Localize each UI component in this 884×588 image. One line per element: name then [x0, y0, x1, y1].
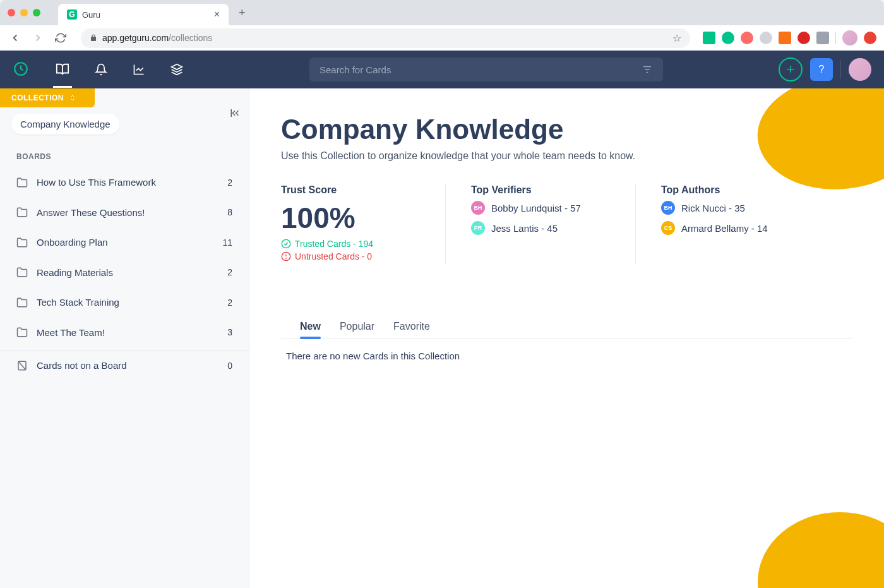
camera-ext-icon[interactable] [816, 32, 829, 44]
board-count: 2 [227, 267, 232, 277]
folder-icon [16, 177, 28, 188]
cards-not-on-board[interactable]: Cards not on a Board 0 [0, 351, 249, 381]
close-window-button[interactable] [8, 9, 15, 16]
board-count: 11 [222, 237, 232, 248]
help-button[interactable]: ? [810, 58, 833, 81]
stat-divider [445, 184, 446, 264]
svg-point-9 [286, 258, 287, 258]
filter-icon[interactable] [642, 64, 653, 75]
guru-ext-icon[interactable] [703, 32, 715, 44]
board-item[interactable]: Tech Stack Training2 [0, 287, 249, 318]
browser-chrome: G Guru × + app.getguru.com/collections ☆ [0, 0, 884, 51]
chevron-updown-icon [69, 94, 76, 102]
tab-new[interactable]: New [300, 315, 321, 339]
browser-tab-bar: G Guru × + [0, 0, 884, 25]
person-text: Rick Nucci - 35 [681, 203, 745, 213]
collection-header[interactable]: COLLECTION [0, 88, 95, 107]
board-item[interactable]: Answer These Questions!8 [0, 198, 249, 228]
collapse-sidebar-icon[interactable] [230, 107, 241, 119]
url-text: app.getguru.com/collections [102, 33, 212, 43]
person-line[interactable]: BHBobby Lundquist - 57 [471, 201, 610, 215]
search-box[interactable] [309, 57, 663, 81]
add-button[interactable]: + [779, 57, 803, 81]
untrusted-cards-line: Untrusted Cards - 0 [281, 251, 420, 261]
tab-favorite[interactable]: Favorite [393, 315, 430, 339]
document-icon [16, 360, 28, 371]
collection-label: COLLECTION [11, 93, 64, 102]
board-list: How to Use This Framework2Answer These Q… [0, 167, 249, 347]
ext-icon-6[interactable] [797, 32, 810, 44]
folder-icon [16, 297, 28, 308]
nav-stack[interactable] [170, 52, 183, 87]
tab-popular[interactable]: Popular [340, 315, 374, 339]
ext-icon-5[interactable] [779, 32, 791, 44]
trust-score-block: Trust Score 100% Trusted Cards - 194 Unt… [281, 184, 420, 264]
browser-tab[interactable]: G Guru × [58, 4, 229, 25]
person-line[interactable]: BHRick Nucci - 35 [661, 201, 800, 215]
maximize-window-button[interactable] [33, 9, 40, 16]
board-name: Tech Stack Training [37, 296, 218, 309]
board-count: 0 [227, 361, 232, 371]
board-name: Answer These Questions! [37, 207, 218, 219]
page-title: Company Knowledge [281, 114, 852, 145]
window-controls [8, 9, 40, 16]
top-authors-block: Top Authors BHRick Nucci - 35CSArmard Be… [661, 184, 800, 264]
stats-row: Trust Score 100% Trusted Cards - 194 Unt… [281, 184, 852, 264]
person-line[interactable]: PRJess Lantis - 45 [471, 221, 610, 235]
avatar: CS [661, 221, 675, 235]
top-authors-label: Top Authors [661, 184, 800, 196]
extension-icons [703, 30, 876, 45]
new-tab-button[interactable]: + [234, 6, 251, 20]
board-count: 2 [227, 297, 232, 308]
trust-score-label: Trust Score [281, 184, 420, 196]
top-verifiers-block: Top Verifiers BHBobby Lundquist - 57PRJe… [471, 184, 610, 264]
board-item[interactable]: Reading Materials2 [0, 258, 249, 288]
guru-favicon: G [67, 9, 77, 20]
app-body: COLLECTION Company Knowledge BOARDS How … [0, 88, 884, 588]
nav-library[interactable] [56, 51, 69, 88]
browser-toolbar: app.getguru.com/collections ☆ [0, 25, 884, 51]
board-name: Meet The Team! [37, 327, 218, 339]
svg-point-6 [282, 239, 290, 248]
reload-button[interactable] [53, 32, 68, 44]
nav-notifications[interactable] [95, 52, 107, 87]
decorative-blob [758, 512, 884, 588]
board-item[interactable]: How to Use This Framework2 [0, 167, 249, 198]
tabs-section: NewPopularFavorite There are no new Card… [281, 315, 852, 373]
user-avatar[interactable] [849, 58, 871, 81]
board-item[interactable]: Meet The Team!3 [0, 318, 249, 348]
search-input[interactable] [320, 64, 642, 75]
back-button[interactable] [8, 32, 23, 44]
board-name: Onboarding Plan [37, 236, 213, 249]
app-header: + ? [0, 51, 884, 88]
nav-analytics[interactable] [133, 52, 145, 87]
person-line[interactable]: CSArmard Bellamy - 14 [661, 221, 800, 235]
ext-icon-alert[interactable] [864, 32, 876, 44]
ext-icon-4[interactable] [760, 32, 772, 44]
person-text: Jess Lantis - 45 [491, 223, 558, 234]
forward-button[interactable] [30, 32, 45, 44]
board-item[interactable]: Onboarding Plan11 [0, 227, 249, 258]
tab-empty-message: There are no new Cards in this Collectio… [281, 339, 852, 373]
collection-pill[interactable]: Company Knowledge [11, 114, 119, 135]
close-tab-icon[interactable]: × [214, 9, 220, 20]
minimize-window-button[interactable] [20, 9, 28, 16]
board-count: 2 [227, 177, 232, 188]
guru-logo-icon[interactable] [13, 61, 30, 78]
folder-icon [16, 237, 28, 248]
ext-icon-2[interactable] [722, 32, 734, 44]
folder-icon [16, 267, 28, 278]
bookmark-star-icon[interactable]: ☆ [672, 32, 681, 44]
avatar: PR [471, 221, 485, 235]
header-nav [56, 51, 183, 88]
ext-icon-3[interactable] [741, 32, 753, 44]
check-circle-icon [281, 239, 291, 249]
lock-icon [90, 34, 97, 42]
chrome-profile-avatar[interactable] [842, 30, 857, 45]
folder-icon [16, 207, 28, 218]
board-count: 8 [227, 207, 232, 217]
sidebar: COLLECTION Company Knowledge BOARDS How … [0, 88, 249, 588]
tab-title: Guru [82, 10, 209, 20]
avatar: BH [471, 201, 485, 215]
url-field[interactable]: app.getguru.com/collections ☆ [81, 28, 690, 48]
